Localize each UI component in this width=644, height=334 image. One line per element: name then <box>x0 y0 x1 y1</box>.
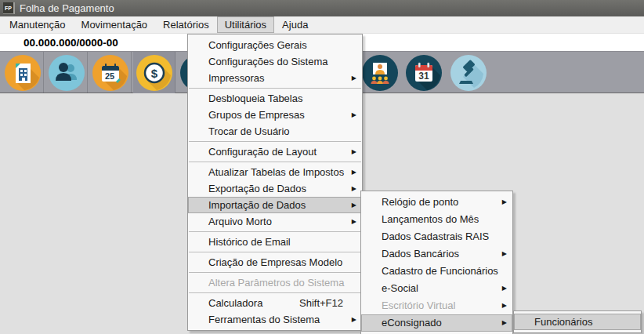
menu-item-label: Ferramentas do Sistema <box>208 314 320 325</box>
menu-item-importacao-de-dados[interactable]: Importação de Dados▶ <box>188 197 362 213</box>
menu-item-label: Calculadora <box>208 297 262 309</box>
company-cnpj-field[interactable]: 00.000.000/0000-00 <box>24 37 118 49</box>
svg-text:25: 25 <box>104 71 114 81</box>
menu-item-label: Criação de Empresas Modelo <box>208 256 342 268</box>
title-bar: FP Folha de Pagamento <box>0 0 644 16</box>
menu-item-calculadora[interactable]: CalculadoraShift+F12 <box>188 295 362 311</box>
menu-item-shortcut: Shift+F12 <box>299 295 343 311</box>
menu-item-label: Importação de Dados <box>208 199 306 211</box>
menu-item-label: Altera Parâmetros do Sistema <box>208 277 344 289</box>
menu-item-label: Dados Bancários <box>382 248 459 260</box>
menu-item-grupos-de-empresas[interactable]: Grupos de Empresas▶ <box>188 107 362 123</box>
menu-item-configuracao-de-layout[interactable]: Configuração de Layout▶ <box>188 143 362 160</box>
submenu-arrow-icon: ▶ <box>502 297 507 314</box>
utilitarios-menu: Configurações GeraisConfigurações do Sis… <box>187 34 363 331</box>
submenu-arrow-icon: ▶ <box>502 280 507 297</box>
menu-item-dados-bancarios[interactable]: Dados Bancários▶ <box>361 245 512 263</box>
menu-separator <box>189 292 361 293</box>
menu-item-funcionarios[interactable]: Funcionários <box>514 314 641 330</box>
payroll-day-calendar-icon: 25 <box>92 55 128 91</box>
menu-item-arquivo-morto[interactable]: Arquivo Morto▶ <box>188 213 362 230</box>
menu-item-dados-cadastrais-rais[interactable]: Dados Cadastrais RAIS <box>361 228 512 245</box>
menu-item-label: Escritório Virtual <box>382 300 455 311</box>
menubar-item-ajuda[interactable]: Ajuda <box>274 16 316 33</box>
menu-separator <box>189 162 361 162</box>
menu-item-exportacao-de-dados[interactable]: Exportação de Dados▶ <box>188 180 362 197</box>
menu-item-e-social[interactable]: e-Social▶ <box>361 280 512 297</box>
menu-bar: ManutençãoMovimentaçãoRelatóriosUtilitár… <box>0 16 644 34</box>
toolbar-button-employees[interactable] <box>45 52 88 93</box>
submenu-arrow-icon: ▶ <box>352 213 356 230</box>
menu-item-label: Exportação de Dados <box>208 183 306 194</box>
submenu-arrow-icon: ▶ <box>502 245 507 263</box>
menu-item-atualizar-tabelas-de-impostos[interactable]: Atualizar Tabelas de Impostos▶ <box>188 164 362 180</box>
menu-item-label: Arquivo Morto <box>208 216 272 227</box>
menu-item-configuracoes-gerais[interactable]: Configurações Gerais <box>188 37 362 53</box>
menu-item-label: Dados Cadastrais RAIS <box>382 231 489 242</box>
window-title: Folha de Pagamento <box>20 2 114 14</box>
menu-item-desbloqueia-tabelas[interactable]: Desbloqueia Tabelas <box>188 90 362 107</box>
menu-item-altera-parametros-do-sistema: Altera Parâmetros do Sistema <box>188 274 362 291</box>
menu-separator <box>189 272 361 273</box>
employees-icon <box>49 55 85 91</box>
submenu-arrow-icon: ▶ <box>352 143 356 160</box>
submenu-arrow-icon: ▶ <box>352 107 356 123</box>
toolbar-button-payroll-calendar[interactable]: 25 <box>89 52 132 93</box>
menu-item-label: Histórico de Email <box>208 236 291 248</box>
menubar-item-relatorios[interactable]: Relatórios <box>155 16 217 33</box>
menu-item-label: Lançamentos do Mês <box>382 213 479 225</box>
menu-item-label: Configurações Gerais <box>208 39 307 51</box>
menu-item-label: Trocar de Usuário <box>208 125 290 137</box>
menu-separator <box>189 88 361 89</box>
application-window: FP Folha de Pagamento ManutençãoMoviment… <box>0 0 644 334</box>
menu-item-label: Funcionários <box>534 316 592 328</box>
submenu-arrow-icon: ▶ <box>352 197 356 213</box>
menu-separator <box>189 141 361 142</box>
econsignado-menu: Funcionários <box>513 310 642 333</box>
company-building-icon <box>5 55 41 91</box>
menubar-item-manutencao[interactable]: Manutenção <box>2 16 74 33</box>
menu-item-ferramentas-do-sistema[interactable]: Ferramentas do Sistema▶ <box>188 311 362 328</box>
toolbar-button-employee-badge[interactable] <box>359 52 401 93</box>
app-icon: FP <box>3 2 15 14</box>
toolbar-button-company[interactable] <box>2 52 44 93</box>
menu-item-label: e-Social <box>382 282 418 294</box>
menu-item-criacao-de-empresas-modelo[interactable]: Criação de Empresas Modelo <box>188 254 362 270</box>
menu-item-econsignado[interactable]: eConsignado▶ <box>361 314 512 332</box>
menu-item-historico-de-email[interactable]: Histórico de Email <box>188 234 362 250</box>
menu-item-configuracoes-do-sistema[interactable]: Configurações do Sistema <box>188 53 362 70</box>
menu-item-relogio-de-ponto[interactable]: Relógio de ponto▶ <box>361 194 512 211</box>
toolbar-button-salary[interactable]: $ <box>133 52 175 93</box>
menu-item-cadastro-de-funcionarios[interactable]: Cadastro de Funcionários <box>361 263 512 280</box>
submenu-arrow-icon: ▶ <box>352 180 356 197</box>
menu-item-label: Configurações do Sistema <box>208 56 327 67</box>
employee-badge-icon <box>362 55 398 91</box>
menu-item-label: Grupos de Empresas <box>208 109 305 121</box>
menu-item-escritorio-virtual: Escritório Virtual▶ <box>361 297 512 314</box>
svg-text:$: $ <box>150 66 157 79</box>
menu-item-label: Desbloqueia Tabelas <box>208 93 302 104</box>
menu-separator <box>189 252 361 252</box>
toolbar-button-month-calendar[interactable]: 31 <box>403 52 445 93</box>
importacao-de-dados-menu: Relógio de ponto▶Lançamentos do MêsDados… <box>360 191 513 334</box>
submenu-arrow-icon: ▶ <box>352 70 356 86</box>
salary-dollar-icon: $ <box>136 55 172 91</box>
submenu-arrow-icon: ▶ <box>502 194 507 211</box>
menubar-item-movimentacao[interactable]: Movimentação <box>74 16 156 33</box>
toolbar-button-legal[interactable] <box>447 52 490 93</box>
menu-item-label: Configuração de Layout <box>208 146 317 158</box>
menubar-item-utilitarios[interactable]: Utilitários <box>217 16 274 33</box>
month-calendar-icon: 31 <box>406 55 442 91</box>
submenu-arrow-icon: ▶ <box>502 314 507 332</box>
menu-item-impressoras[interactable]: Impressoras▶ <box>188 70 362 86</box>
legal-gavel-icon <box>450 55 487 91</box>
menu-item-label: Relógio de ponto <box>382 196 458 208</box>
menu-item-lancamentos-do-mes[interactable]: Lançamentos do Mês <box>361 211 512 228</box>
submenu-arrow-icon: ▶ <box>352 311 356 328</box>
menu-item-label: eConsignado <box>382 317 442 329</box>
menu-item-trocar-de-usuario[interactable]: Trocar de Usuário <box>188 123 362 140</box>
menu-separator <box>189 231 361 232</box>
submenu-arrow-icon: ▶ <box>352 164 356 180</box>
menu-item-label: Impressoras <box>208 72 265 84</box>
menu-item-label: Cadastro de Funcionários <box>382 265 498 277</box>
